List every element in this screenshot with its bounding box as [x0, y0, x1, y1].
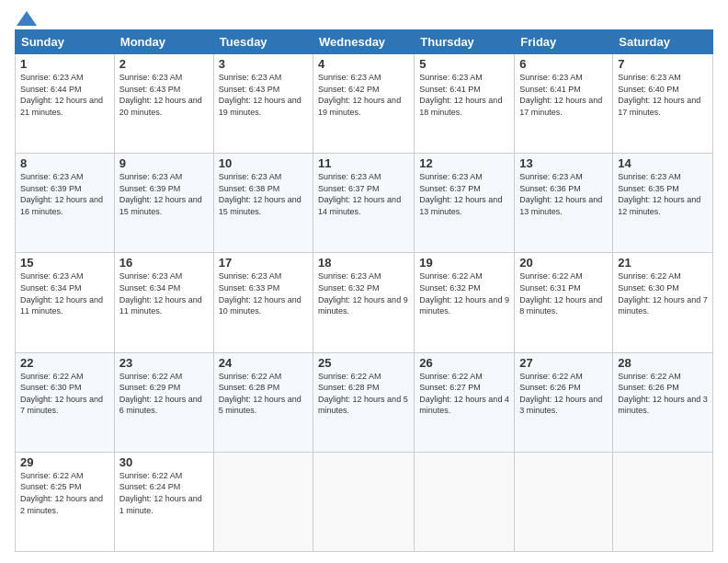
header	[15, 11, 713, 22]
calendar-cell: 17 Sunrise: 6:23 AMSunset: 6:33 PMDaylig…	[213, 253, 313, 352]
calendar-cell: 5 Sunrise: 6:23 AMSunset: 6:41 PMDayligh…	[415, 54, 515, 154]
day-info: Sunrise: 6:22 AMSunset: 6:28 PMDaylight:…	[219, 372, 301, 416]
day-number: 3	[219, 57, 308, 71]
day-info: Sunrise: 6:22 AMSunset: 6:28 PMDaylight:…	[318, 372, 408, 416]
day-info: Sunrise: 6:22 AMSunset: 6:25 PMDaylight:…	[20, 471, 103, 515]
calendar-cell: 20 Sunrise: 6:22 AMSunset: 6:31 PMDaylig…	[515, 253, 613, 352]
day-info: Sunrise: 6:22 AMSunset: 6:24 PMDaylight:…	[119, 471, 202, 515]
svg-marker-0	[17, 11, 37, 26]
logo-icon	[17, 11, 37, 26]
day-info: Sunrise: 6:23 AMSunset: 6:39 PMDaylight:…	[119, 172, 202, 216]
day-number: 15	[20, 256, 109, 270]
day-number: 22	[20, 356, 109, 370]
day-info: Sunrise: 6:23 AMSunset: 6:42 PMDaylight:…	[318, 73, 401, 117]
day-number: 8	[20, 156, 109, 170]
calendar-cell: 21 Sunrise: 6:22 AMSunset: 6:30 PMDaylig…	[613, 253, 713, 352]
calendar-cell: 19 Sunrise: 6:22 AMSunset: 6:32 PMDaylig…	[415, 253, 515, 352]
day-number: 29	[20, 455, 109, 469]
calendar-cell: 14 Sunrise: 6:23 AMSunset: 6:35 PMDaylig…	[613, 154, 713, 253]
day-number: 24	[219, 356, 308, 370]
header-day-monday: Monday	[114, 30, 213, 54]
calendar-cell: 23 Sunrise: 6:22 AMSunset: 6:29 PMDaylig…	[114, 352, 213, 452]
day-info: Sunrise: 6:23 AMSunset: 6:38 PMDaylight:…	[219, 172, 301, 216]
calendar-cell: 13 Sunrise: 6:23 AMSunset: 6:36 PMDaylig…	[515, 154, 613, 253]
day-number: 18	[318, 256, 409, 270]
calendar-cell	[213, 452, 313, 551]
calendar-cell: 30 Sunrise: 6:22 AMSunset: 6:24 PMDaylig…	[114, 452, 213, 551]
day-info: Sunrise: 6:22 AMSunset: 6:29 PMDaylight:…	[119, 372, 202, 416]
day-info: Sunrise: 6:23 AMSunset: 6:36 PMDaylight:…	[519, 172, 602, 216]
day-info: Sunrise: 6:22 AMSunset: 6:30 PMDaylight:…	[618, 271, 708, 316]
calendar-cell: 12 Sunrise: 6:23 AMSunset: 6:37 PMDaylig…	[415, 154, 515, 253]
day-number: 7	[618, 57, 708, 71]
page: SundayMondayTuesdayWednesdayThursdayFrid…	[0, 0, 728, 563]
calendar-cell: 27 Sunrise: 6:22 AMSunset: 6:26 PMDaylig…	[515, 352, 613, 452]
calendar-cell: 16 Sunrise: 6:23 AMSunset: 6:34 PMDaylig…	[114, 253, 213, 352]
day-number: 4	[318, 57, 409, 71]
header-day-tuesday: Tuesday	[213, 30, 313, 54]
day-number: 25	[318, 356, 409, 370]
day-info: Sunrise: 6:23 AMSunset: 6:33 PMDaylight:…	[219, 271, 301, 316]
header-day-friday: Friday	[515, 30, 613, 54]
day-info: Sunrise: 6:23 AMSunset: 6:43 PMDaylight:…	[119, 73, 202, 117]
header-day-saturday: Saturday	[613, 30, 713, 54]
calendar-cell: 28 Sunrise: 6:22 AMSunset: 6:26 PMDaylig…	[613, 352, 713, 452]
day-number: 19	[419, 256, 509, 270]
day-info: Sunrise: 6:22 AMSunset: 6:32 PMDaylight:…	[419, 271, 509, 316]
day-number: 28	[618, 356, 708, 370]
day-info: Sunrise: 6:23 AMSunset: 6:37 PMDaylight:…	[318, 172, 401, 216]
calendar-cell: 6 Sunrise: 6:23 AMSunset: 6:41 PMDayligh…	[515, 54, 613, 154]
day-number: 10	[219, 156, 308, 170]
calendar-cell: 24 Sunrise: 6:22 AMSunset: 6:28 PMDaylig…	[213, 352, 313, 452]
day-info: Sunrise: 6:23 AMSunset: 6:35 PMDaylight:…	[618, 172, 700, 216]
day-number: 14	[618, 156, 708, 170]
day-info: Sunrise: 6:22 AMSunset: 6:31 PMDaylight:…	[519, 271, 602, 316]
day-info: Sunrise: 6:23 AMSunset: 6:44 PMDaylight:…	[20, 73, 103, 117]
calendar-cell	[313, 452, 415, 551]
day-number: 27	[519, 356, 608, 370]
day-info: Sunrise: 6:23 AMSunset: 6:37 PMDaylight:…	[419, 172, 502, 216]
day-info: Sunrise: 6:23 AMSunset: 6:41 PMDaylight:…	[519, 73, 602, 117]
calendar-cell: 8 Sunrise: 6:23 AMSunset: 6:39 PMDayligh…	[16, 154, 115, 253]
day-number: 11	[318, 156, 409, 170]
calendar-cell	[515, 452, 613, 551]
calendar-cell: 1 Sunrise: 6:23 AMSunset: 6:44 PMDayligh…	[16, 54, 115, 154]
day-number: 23	[119, 356, 209, 370]
day-number: 26	[419, 356, 509, 370]
day-info: Sunrise: 6:23 AMSunset: 6:43 PMDaylight:…	[219, 73, 301, 117]
calendar-cell: 7 Sunrise: 6:23 AMSunset: 6:40 PMDayligh…	[613, 54, 713, 154]
calendar-cell: 2 Sunrise: 6:23 AMSunset: 6:43 PMDayligh…	[114, 54, 213, 154]
day-number: 17	[219, 256, 308, 270]
calendar-cell	[613, 452, 713, 551]
day-info: Sunrise: 6:23 AMSunset: 6:40 PMDaylight:…	[618, 73, 700, 117]
calendar-cell: 22 Sunrise: 6:22 AMSunset: 6:30 PMDaylig…	[16, 352, 115, 452]
logo	[15, 11, 37, 22]
day-info: Sunrise: 6:23 AMSunset: 6:34 PMDaylight:…	[119, 271, 202, 316]
calendar-cell: 29 Sunrise: 6:22 AMSunset: 6:25 PMDaylig…	[16, 452, 115, 551]
day-number: 13	[519, 156, 608, 170]
calendar-cell: 15 Sunrise: 6:23 AMSunset: 6:34 PMDaylig…	[16, 253, 115, 352]
day-number: 12	[419, 156, 509, 170]
day-number: 9	[119, 156, 209, 170]
calendar-cell: 26 Sunrise: 6:22 AMSunset: 6:27 PMDaylig…	[415, 352, 515, 452]
calendar-table: SundayMondayTuesdayWednesdayThursdayFrid…	[15, 29, 713, 552]
day-info: Sunrise: 6:23 AMSunset: 6:41 PMDaylight:…	[419, 73, 502, 117]
day-number: 1	[20, 57, 109, 71]
day-info: Sunrise: 6:22 AMSunset: 6:27 PMDaylight:…	[419, 372, 509, 416]
day-number: 5	[419, 57, 509, 71]
day-number: 2	[119, 57, 209, 71]
header-day-thursday: Thursday	[415, 30, 515, 54]
day-info: Sunrise: 6:23 AMSunset: 6:32 PMDaylight:…	[318, 271, 408, 316]
day-info: Sunrise: 6:22 AMSunset: 6:30 PMDaylight:…	[20, 372, 103, 416]
calendar-cell	[415, 452, 515, 551]
day-number: 20	[519, 256, 608, 270]
day-info: Sunrise: 6:23 AMSunset: 6:39 PMDaylight:…	[20, 172, 103, 216]
header-day-wednesday: Wednesday	[313, 30, 415, 54]
header-day-sunday: Sunday	[16, 30, 115, 54]
day-number: 16	[119, 256, 209, 270]
calendar-cell: 9 Sunrise: 6:23 AMSunset: 6:39 PMDayligh…	[114, 154, 213, 253]
day-info: Sunrise: 6:22 AMSunset: 6:26 PMDaylight:…	[618, 372, 708, 416]
day-number: 6	[519, 57, 608, 71]
calendar-cell: 4 Sunrise: 6:23 AMSunset: 6:42 PMDayligh…	[313, 54, 415, 154]
calendar-cell: 3 Sunrise: 6:23 AMSunset: 6:43 PMDayligh…	[213, 54, 313, 154]
